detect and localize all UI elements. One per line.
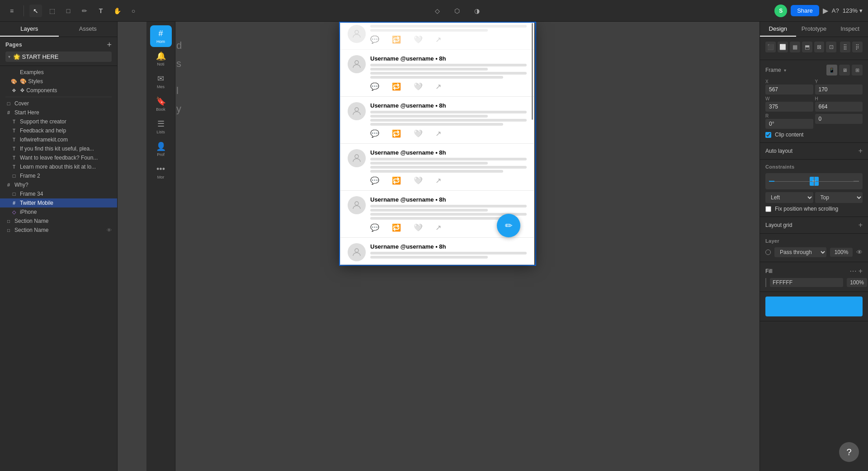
nav-messages-item[interactable]: ✉ Mes	[150, 71, 172, 92]
layer-item-feedback[interactable]: T Feedback and help	[0, 126, 117, 135]
retweet-action-icon[interactable]: 🔁	[392, 35, 401, 44]
layer-item-examples[interactable]: Examples	[0, 68, 117, 77]
share-action-icon[interactable]: ↗	[435, 35, 441, 44]
share-action-icon[interactable]: ↗	[435, 176, 441, 185]
x-input[interactable]	[765, 85, 813, 94]
retweet-action-icon[interactable]: 🔁	[392, 223, 401, 232]
constraint-v-select[interactable]: TopBottomCenterScaleStretch	[815, 192, 863, 203]
h-input[interactable]	[815, 102, 863, 112]
fill-color-swatch[interactable]	[765, 278, 766, 287]
like-action-icon[interactable]: 🤍	[414, 35, 423, 44]
scrollbar[interactable]	[532, 23, 533, 120]
zoom-control[interactable]: 123% ▾	[843, 7, 863, 14]
contrast-icon[interactable]: ◑	[471, 5, 483, 17]
comment-action-icon[interactable]: 💬	[370, 223, 379, 232]
frame-dropdown-icon[interactable]: ▾	[784, 68, 786, 73]
w-input[interactable]	[765, 102, 813, 112]
share-action-icon[interactable]: ↗	[435, 129, 441, 138]
fab-compose-button[interactable]: ✏	[497, 214, 520, 237]
share-action-icon[interactable]: ↗	[435, 223, 441, 232]
blend-mode-select[interactable]: Pass through Normal Multiply Screen	[774, 247, 826, 257]
y-input[interactable]	[815, 85, 863, 94]
comment-tool-button[interactable]: ○	[127, 5, 140, 17]
eye-icon[interactable]: 👁	[107, 227, 112, 233]
components-icon[interactable]: ⬡	[451, 5, 463, 17]
fill-hex-input[interactable]	[770, 278, 843, 287]
aa-icon[interactable]: A?	[832, 7, 839, 14]
retweet-action-icon[interactable]: 🔁	[392, 82, 401, 91]
r-input[interactable]	[765, 119, 813, 129]
clip-num-input[interactable]	[815, 114, 863, 124]
layer-item-frame34[interactable]: □ Frame 34	[0, 189, 117, 198]
fill-opacity-input[interactable]	[847, 278, 867, 287]
layer-item-why[interactable]: # Why?	[0, 180, 117, 189]
hand-tool-button[interactable]: ✋	[111, 5, 123, 17]
frame-tool-button[interactable]: ⬚	[46, 5, 58, 17]
nav-bookmarks-item[interactable]: 🔖 Book	[150, 93, 172, 115]
add-fill-button[interactable]: +	[859, 268, 863, 275]
play-button[interactable]: ▶	[823, 6, 828, 15]
layer-item-find[interactable]: T If you find this kit useful, plea...	[0, 144, 117, 153]
pen-center-icon[interactable]: ◇	[431, 5, 443, 17]
fix-scroll-checkbox[interactable]	[765, 206, 771, 212]
text-tool-button[interactable]: T	[94, 5, 107, 17]
layer-item-iphone[interactable]: ◇ iPhone	[0, 207, 117, 217]
comment-action-icon[interactable]: 💬	[370, 35, 379, 44]
align-top-button[interactable]: ⬒	[802, 42, 812, 52]
nav-profile-item[interactable]: 👤 Prof	[150, 138, 172, 160]
tab-assets[interactable]: Assets	[59, 22, 118, 37]
opacity-input[interactable]	[830, 248, 853, 257]
layer-item-cover[interactable]: □ Cover	[0, 99, 117, 108]
tab-prototype[interactable]: Prototype	[796, 22, 832, 37]
shape-tool-button[interactable]: □	[62, 5, 75, 17]
like-action-icon[interactable]: 🤍	[414, 223, 423, 232]
clip-content-checkbox[interactable]	[765, 132, 771, 138]
pen-tool-button[interactable]: ✏	[78, 5, 91, 17]
layer-item-section1[interactable]: □ Section Name	[0, 217, 117, 226]
like-action-icon[interactable]: 🤍	[414, 176, 423, 185]
constraint-h-select[interactable]: LeftRightCenterScaleStretch	[765, 192, 813, 203]
layer-item-twitter[interactable]: # Twitter Mobile	[0, 198, 117, 207]
tab-inspect[interactable]: Inspect	[832, 22, 868, 37]
distribute-h-button[interactable]: ⣿	[840, 42, 850, 52]
frame-mobile-button[interactable]: 📱	[826, 65, 837, 75]
comment-action-icon[interactable]: 💬	[370, 129, 379, 138]
visibility-toggle-button[interactable]: 👁	[856, 249, 863, 256]
align-right-button[interactable]: ▦	[790, 42, 800, 52]
nav-notifications-item[interactable]: 🔔 Noti	[150, 48, 172, 70]
nav-lists-item[interactable]: ☰ Lists	[150, 116, 172, 137]
frame-desktop-button[interactable]: 🖥	[839, 65, 850, 75]
align-left-button[interactable]: ⬛	[765, 42, 776, 52]
layer-item-support[interactable]: T Support the creator	[0, 117, 117, 126]
help-fab-button[interactable]: ?	[839, 442, 859, 462]
menu-icon[interactable]: ≡	[5, 5, 18, 17]
layer-item-styles[interactable]: 🎨 🎨 Styles	[0, 77, 117, 86]
layer-item-lofi[interactable]: T lofiwireframekit.com	[0, 135, 117, 144]
layer-item-section2[interactable]: □ Section Name 👁	[0, 226, 117, 235]
layer-item-learn[interactable]: T Learn more about this kit at lo...	[0, 162, 117, 171]
nav-home-item[interactable]: # Hom	[150, 25, 172, 47]
share-action-icon[interactable]: ↗	[435, 82, 441, 91]
frame-expand-button[interactable]: ⊞	[852, 65, 863, 75]
comment-action-icon[interactable]: 💬	[370, 82, 379, 91]
retweet-action-icon[interactable]: 🔁	[392, 176, 401, 185]
layer-item-feedback2[interactable]: T Want to leave feedback? Foun...	[0, 153, 117, 162]
distribute-v-button[interactable]: ⡿	[852, 42, 863, 52]
align-center-v-button[interactable]: ⊠	[814, 42, 825, 52]
page-item-start-here[interactable]: ▾ 🌟 START HERE	[5, 52, 112, 62]
nav-more-item[interactable]: ••• Mor	[150, 161, 172, 183]
tab-layers[interactable]: Layers	[0, 22, 59, 37]
tab-design[interactable]: Design	[760, 22, 796, 37]
layer-item-frame2[interactable]: □ Frame 2	[0, 171, 117, 180]
align-center-h-button[interactable]: ⬜	[778, 42, 788, 52]
select-tool-button[interactable]: ↖	[29, 5, 42, 17]
add-auto-layout-button[interactable]: +	[859, 147, 863, 155]
comment-action-icon[interactable]: 💬	[370, 176, 379, 185]
share-button[interactable]: Share	[791, 5, 819, 16]
fill-more-button[interactable]: ⋯	[849, 267, 857, 275]
layer-item-start-here[interactable]: # Start Here	[0, 108, 117, 117]
like-action-icon[interactable]: 🤍	[414, 129, 423, 138]
align-bottom-button[interactable]: ⊡	[826, 42, 836, 52]
like-action-icon[interactable]: 🤍	[414, 82, 423, 91]
add-layout-grid-button[interactable]: +	[859, 221, 863, 229]
